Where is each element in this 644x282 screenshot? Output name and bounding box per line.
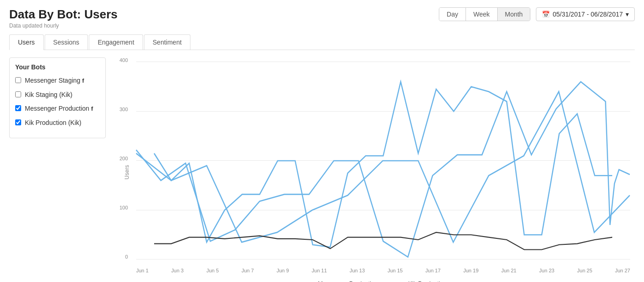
x-label-jun15: Jun 15	[387, 268, 402, 273]
tab-engagement[interactable]: Engagement	[89, 34, 143, 50]
y-axis-title: Users	[124, 165, 130, 179]
x-label-jun19: Jun 19	[463, 268, 478, 273]
bot-label-kik-production: Kik Production (Kik)	[25, 118, 81, 127]
legend-messenger-production: Messenger Production	[301, 280, 378, 282]
bot-checkbox-messenger-staging[interactable]	[15, 77, 21, 83]
chart-legend: Messenger Production Kik Production	[301, 280, 447, 282]
tab-sessions[interactable]: Sessions	[45, 34, 88, 50]
bot-item-messenger-staging: Messenger Staging f	[15, 76, 100, 85]
bot-label-messenger-staging: Messenger Staging f	[25, 76, 84, 85]
chart-inner	[136, 62, 630, 259]
x-label-jun21: Jun 21	[501, 268, 517, 273]
x-label-jun9: Jun 9	[276, 268, 289, 273]
x-axis-labels: Jun 1 Jun 3 Jun 5 Jun 7 Jun 9 Jun 11 Jun…	[136, 268, 630, 273]
week-button[interactable]: Week	[466, 8, 498, 21]
bot-checkbox-messenger-production[interactable]	[15, 105, 21, 111]
chart-area: 0 100 200 300 400	[113, 57, 635, 282]
calendar-icon: 📅	[542, 11, 550, 18]
x-label-jun1: Jun 1	[136, 268, 149, 273]
x-label-jun3: Jun 3	[171, 268, 184, 273]
bot-checkbox-kik-staging[interactable]	[15, 91, 21, 97]
x-label-jun11: Jun 11	[312, 268, 327, 273]
y-label-100: 100	[120, 205, 128, 210]
chart-container: 0 100 200 300 400	[113, 57, 635, 282]
x-label-jun17: Jun 17	[426, 268, 441, 273]
page-title: Data By Bot: Users	[9, 7, 118, 22]
x-label-jun27: Jun 27	[615, 268, 630, 273]
legend-label-messenger: Messenger Production	[318, 280, 378, 282]
x-label-jun7: Jun 7	[242, 268, 254, 273]
x-label-jun25: Jun 25	[577, 268, 592, 273]
legend-label-kik: Kik Production	[408, 280, 447, 282]
bots-panel: Your Bots Messenger Staging f Kik Stagin…	[9, 57, 106, 138]
legend-kik-production: Kik Production	[391, 280, 447, 282]
y-label-0: 0	[125, 254, 128, 259]
messenger-production-line-2	[136, 82, 630, 257]
y-label-300: 300	[120, 107, 128, 112]
date-range-picker[interactable]: 📅 05/31/2017 - 06/28/2017 ▾	[536, 7, 635, 21]
date-range-text: 05/31/2017 - 06/28/2017	[552, 11, 623, 18]
page-subtitle: Data updated hourly	[9, 23, 118, 29]
chart-svg	[136, 62, 630, 259]
tab-bar: Users Sessions Engagement Sentiment	[9, 34, 635, 50]
x-label-jun23: Jun 23	[539, 268, 554, 273]
bot-label-messenger-production: Messenger Production f	[25, 104, 93, 113]
facebook-icon-prod: f	[91, 105, 93, 112]
bot-item-messenger-production: Messenger Production f	[15, 104, 100, 113]
y-label-400: 400	[120, 57, 128, 63]
blue-line	[154, 82, 612, 247]
bot-label-kik-staging: Kik Staging (Kik)	[25, 90, 72, 99]
bot-checkbox-kik-production[interactable]	[15, 119, 21, 125]
tab-users[interactable]: Users	[9, 34, 44, 50]
messenger-production-line	[136, 92, 630, 243]
bot-item-kik-production: Kik Production (Kik)	[15, 118, 100, 127]
tab-sentiment[interactable]: Sentiment	[144, 34, 190, 50]
y-axis: 0 100 200 300 400	[113, 57, 132, 259]
month-button[interactable]: Month	[498, 8, 530, 21]
facebook-icon: f	[82, 77, 84, 84]
bot-item-kik-staging: Kik Staging (Kik)	[15, 90, 100, 99]
period-selector: Day Week Month	[439, 7, 530, 21]
dropdown-chevron-icon: ▾	[626, 11, 629, 18]
day-button[interactable]: Day	[439, 8, 466, 21]
y-label-200: 200	[120, 156, 128, 161]
x-label-jun13: Jun 13	[350, 268, 365, 273]
x-label-jun5: Jun 5	[207, 268, 219, 273]
bots-panel-title: Your Bots	[15, 63, 100, 71]
